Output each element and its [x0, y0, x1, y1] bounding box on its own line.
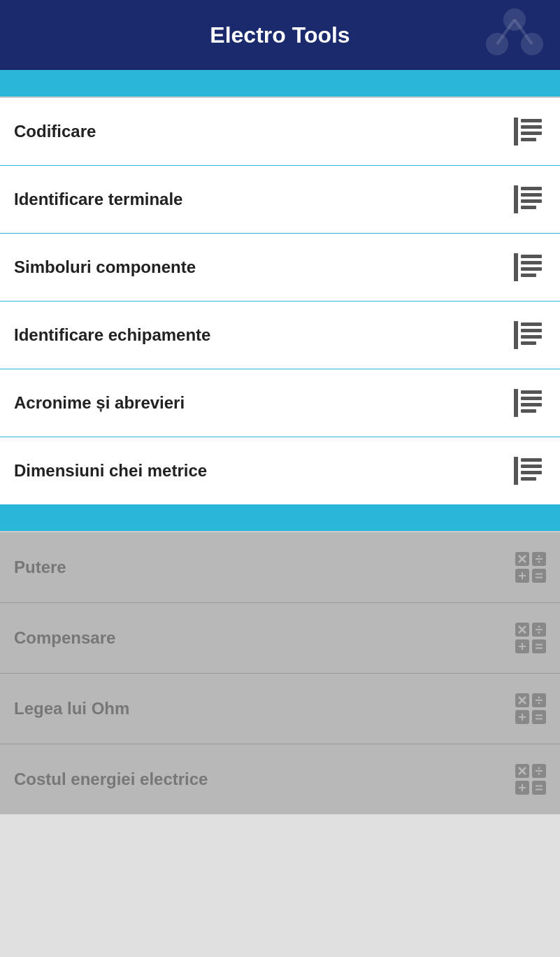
- calc-icon-cell-multiply: [515, 552, 529, 566]
- svg-rect-22: [521, 329, 542, 332]
- app-logo: [483, 6, 546, 64]
- list-icon-acronime-abrevieri: [510, 385, 546, 421]
- svg-rect-5: [514, 118, 518, 146]
- svg-rect-23: [521, 335, 542, 339]
- calc-icon-cell-multiply-4: [515, 764, 529, 778]
- calc-icon-cell-add-3: [515, 710, 529, 724]
- svg-rect-27: [521, 397, 542, 400]
- svg-rect-34: [521, 477, 536, 481]
- calc-icon-cell-divide: [532, 552, 546, 566]
- calc-item-putere[interactable]: Putere: [0, 532, 560, 603]
- calc-icon-cell-equal-2: [532, 639, 546, 653]
- svg-point-35: [538, 555, 540, 558]
- calc-item-label-putere: Putere: [14, 558, 66, 577]
- list-icon-simboluri-componente: [510, 249, 546, 285]
- calc-icon-cell-divide-3: [532, 693, 546, 707]
- calc-icon-cell-divide-4: [532, 764, 546, 778]
- calc-item-costul-energiei-electrice[interactable]: Costul energiei electrice: [0, 744, 560, 814]
- calc-icon-putere: [515, 552, 546, 583]
- svg-rect-28: [521, 403, 542, 406]
- svg-rect-7: [521, 125, 542, 129]
- svg-rect-10: [514, 185, 518, 213]
- calc-icon-costul-energiei-electrice: [515, 764, 546, 795]
- reference-section-divider: [0, 70, 560, 98]
- calc-icon-cell-multiply-2: [515, 623, 529, 637]
- svg-point-42: [538, 626, 540, 628]
- app-header: Electro Tools: [0, 0, 560, 70]
- calc-icon-cell-multiply-3: [515, 693, 529, 707]
- svg-point-58: [538, 773, 540, 775]
- list-item-identificare-echipamente[interactable]: Identificare echipamente: [0, 302, 560, 369]
- svg-rect-6: [521, 119, 542, 122]
- svg-rect-14: [521, 206, 536, 209]
- list-icon-identificare-echipamente: [510, 317, 546, 353]
- calculator-section-divider: [0, 504, 560, 532]
- calc-icon-cell-add-4: [515, 781, 529, 795]
- list-item-label-dimensiuni-chei-metrice: Dimensiuni chei metrice: [14, 461, 207, 481]
- svg-rect-24: [521, 341, 536, 345]
- svg-rect-9: [521, 138, 536, 141]
- svg-rect-25: [514, 389, 518, 417]
- calc-item-label-costul-energiei-electrice: Costul energiei electrice: [14, 770, 208, 789]
- list-item-label-identificare-terminale: Identificare terminale: [14, 190, 182, 209]
- calc-icon-compensare: [515, 623, 546, 653]
- list-item-label-codificare: Codificare: [14, 122, 96, 141]
- list-item-identificare-terminale[interactable]: Identificare terminale: [0, 166, 560, 234]
- svg-point-49: [538, 697, 540, 699]
- reference-section: Codificare Identificare terminale Simbol…: [0, 98, 560, 504]
- svg-rect-30: [514, 457, 518, 485]
- calc-item-label-compensare: Compensare: [14, 628, 115, 648]
- svg-rect-15: [514, 253, 518, 281]
- svg-rect-18: [521, 267, 542, 271]
- svg-rect-13: [521, 199, 542, 203]
- svg-rect-32: [521, 465, 542, 468]
- svg-point-37: [538, 561, 540, 563]
- list-icon-dimensiuni-chei-metrice: [510, 453, 546, 489]
- calc-icon-cell-divide-2: [532, 623, 546, 637]
- calc-icon-cell-equal: [532, 569, 546, 583]
- svg-point-51: [538, 702, 540, 704]
- svg-rect-17: [521, 261, 542, 264]
- calculator-section: Putere Compensare: [0, 532, 560, 814]
- list-item-label-acronime-abrevieri: Acronime și abrevieri: [14, 393, 185, 413]
- svg-rect-29: [521, 409, 536, 413]
- calc-item-compensare[interactable]: Compensare: [0, 603, 560, 674]
- list-item-simboluri-componente[interactable]: Simboluri componente: [0, 234, 560, 302]
- list-item-codificare[interactable]: Codificare: [0, 98, 560, 166]
- svg-rect-26: [521, 390, 542, 394]
- list-item-acronime-abrevieri[interactable]: Acronime și abrevieri: [0, 369, 560, 437]
- calc-item-label-legea-lui-ohm: Legea lui Ohm: [14, 699, 129, 718]
- calc-item-legea-lui-ohm[interactable]: Legea lui Ohm: [0, 674, 560, 744]
- list-item-label-simboluri-componente: Simboluri componente: [14, 257, 196, 277]
- svg-rect-31: [521, 458, 542, 462]
- list-item-label-identificare-echipamente: Identificare echipamente: [14, 325, 210, 345]
- app-title: Electro Tools: [210, 22, 350, 48]
- svg-rect-20: [514, 321, 518, 349]
- svg-point-44: [538, 632, 540, 634]
- svg-rect-33: [521, 471, 542, 474]
- svg-rect-12: [521, 193, 542, 197]
- svg-rect-16: [521, 255, 542, 258]
- svg-rect-11: [521, 187, 542, 190]
- svg-rect-21: [521, 322, 542, 326]
- calc-icon-cell-add: [515, 569, 529, 583]
- calc-icon-cell-equal-3: [532, 710, 546, 724]
- calc-icon-cell-equal-4: [532, 781, 546, 795]
- list-item-dimensiuni-chei-metrice[interactable]: Dimensiuni chei metrice: [0, 437, 560, 504]
- list-icon-codificare: [510, 113, 546, 150]
- svg-rect-19: [521, 274, 536, 277]
- svg-point-56: [538, 767, 540, 770]
- list-icon-identificare-terminale: [510, 181, 546, 218]
- svg-rect-8: [521, 132, 542, 135]
- calc-icon-legea-lui-ohm: [515, 693, 546, 724]
- calc-icon-cell-add-2: [515, 639, 529, 653]
